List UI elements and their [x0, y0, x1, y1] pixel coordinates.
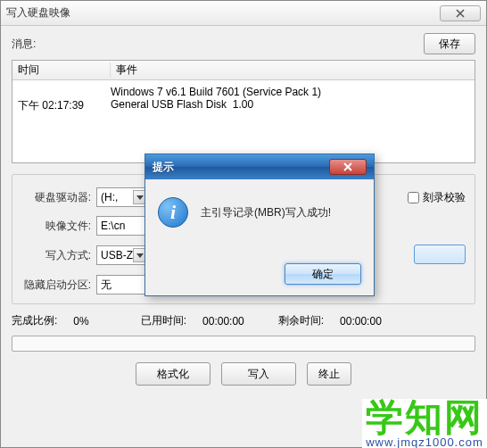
remaining-label: 剩余时间:	[278, 313, 324, 328]
watermark: 学知网 www.jmqz1000.com	[362, 399, 487, 448]
convenience-boot-button[interactable]: 便捷启动	[414, 245, 466, 264]
window-close-button[interactable]	[440, 5, 481, 21]
log-body: Windows 7 v6.1 Build 7601 (Service Pack …	[12, 80, 475, 119]
info-icon: i	[158, 197, 188, 228]
window-title: 写入硬盘映像	[6, 5, 440, 21]
image-label: 映像文件:	[21, 219, 96, 234]
watermark-text: 学知网	[366, 399, 483, 436]
message-label: 消息:	[12, 37, 36, 52]
burn-check[interactable]: 刻录校验	[408, 190, 466, 205]
log-header-time[interactable]: 时间	[12, 62, 111, 78]
log-event: Windows 7 v6.1 Build 7601 (Service Pack …	[111, 86, 469, 98]
save-button[interactable]: 保存	[424, 33, 475, 54]
terminate-button[interactable]: 终止	[307, 362, 351, 386]
progress-label: 完成比例:	[12, 313, 57, 328]
log-row: 下午 02:17:39 General USB Flash Disk 1.00	[18, 98, 469, 113]
log-header: 时间 事件	[12, 61, 475, 80]
popup-dialog: 提示 i 主引导记录(MBR)写入成功! 确定	[144, 153, 375, 296]
watermark-url: www.jmqz1000.com	[366, 436, 483, 448]
log-time: 下午 02:17:39	[18, 98, 111, 113]
bottom-buttons: 格式化 写入 终止	[12, 362, 475, 386]
hidden-boot-label: 隐藏启动分区:	[21, 278, 96, 293]
remaining-value: 00:00:00	[340, 315, 382, 328]
close-icon	[455, 9, 466, 18]
close-icon	[343, 162, 353, 171]
popup-titlebar: 提示	[145, 154, 374, 179]
log-table: 时间 事件 Windows 7 v6.1 Build 7601 (Service…	[12, 60, 475, 163]
titlebar: 写入硬盘映像	[1, 1, 486, 26]
popup-message: 主引导记录(MBR)写入成功!	[201, 205, 331, 220]
drive-label: 硬盘驱动器:	[21, 190, 96, 205]
popup-title: 提示	[153, 160, 329, 175]
drive-select[interactable]: (H:,	[96, 187, 150, 207]
image-field[interactable]: E:\cn	[96, 216, 150, 236]
format-button[interactable]: 格式化	[136, 362, 210, 386]
burn-check-checkbox[interactable]	[408, 192, 419, 203]
log-event: General USB Flash Disk 1.00	[111, 98, 469, 113]
elapsed-label: 已用时间:	[141, 313, 186, 328]
progress-percent: 0%	[73, 315, 88, 328]
write-mode-label: 写入方式:	[21, 248, 96, 263]
write-button[interactable]: 写入	[221, 362, 296, 386]
progress-info: 完成比例: 0% 已用时间: 00:00:00 剩余时间: 00:00:00	[12, 313, 475, 328]
elapsed-value: 00:00:00	[202, 315, 244, 328]
progress-bar	[12, 336, 475, 352]
write-mode-select[interactable]: USB-Z	[96, 245, 150, 265]
log-row: Windows 7 v6.1 Build 7601 (Service Pack …	[18, 86, 469, 98]
popup-close-button[interactable]	[329, 159, 367, 175]
log-header-event[interactable]: 事件	[111, 62, 475, 78]
ok-button[interactable]: 确定	[285, 263, 361, 285]
